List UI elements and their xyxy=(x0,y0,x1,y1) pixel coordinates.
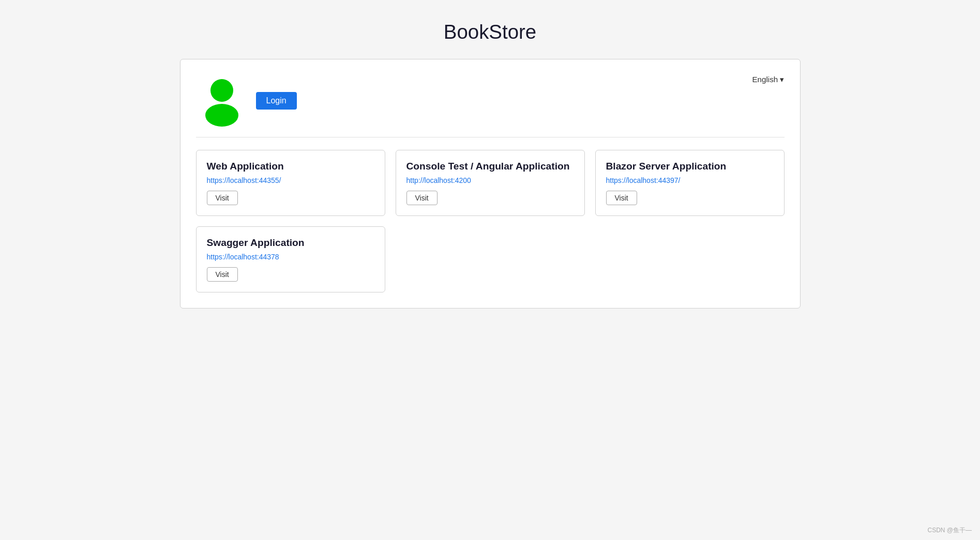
card-swagger-title: Swagger Application xyxy=(207,237,374,249)
language-selector[interactable]: English ▾ xyxy=(752,75,784,84)
avatar-area: Login xyxy=(196,75,297,127)
card-web-application-url: https://localhost:44355/ xyxy=(207,176,374,184)
card-console-angular-title: Console Test / Angular Application xyxy=(406,161,574,172)
top-section: Login xyxy=(196,75,785,127)
page-title: BookStore xyxy=(444,21,536,43)
section-divider xyxy=(196,137,785,137)
card-blazor-server-url: https://localhost:44397/ xyxy=(606,176,774,184)
svg-point-0 xyxy=(210,79,233,102)
card-swagger-url: https://localhost:44378 xyxy=(207,253,374,261)
svg-point-1 xyxy=(205,104,238,127)
cards-grid-row1: Web Application https://localhost:44355/… xyxy=(196,150,785,216)
card-web-application-title: Web Application xyxy=(207,161,374,172)
card-blazor-server: Blazor Server Application https://localh… xyxy=(595,150,785,216)
card-blazor-server-visit-button[interactable]: Visit xyxy=(606,191,637,205)
watermark: CSDN @鱼干— xyxy=(927,526,972,535)
card-blazor-server-title: Blazor Server Application xyxy=(606,161,774,172)
card-web-application-visit-button[interactable]: Visit xyxy=(207,191,238,205)
card-console-angular: Console Test / Angular Application http:… xyxy=(396,150,585,216)
avatar-icon xyxy=(196,75,248,127)
card-console-angular-visit-button[interactable]: Visit xyxy=(406,191,438,205)
card-swagger: Swagger Application https://localhost:44… xyxy=(196,226,385,292)
main-container: English ▾ Login Web Application https://… xyxy=(180,59,801,308)
cards-grid-row2: Swagger Application https://localhost:44… xyxy=(196,226,785,292)
card-console-angular-url: http://localhost:4200 xyxy=(406,176,574,184)
login-button[interactable]: Login xyxy=(256,92,297,110)
card-web-application: Web Application https://localhost:44355/… xyxy=(196,150,385,216)
card-swagger-visit-button[interactable]: Visit xyxy=(207,267,238,282)
user-avatar-svg xyxy=(196,75,248,127)
